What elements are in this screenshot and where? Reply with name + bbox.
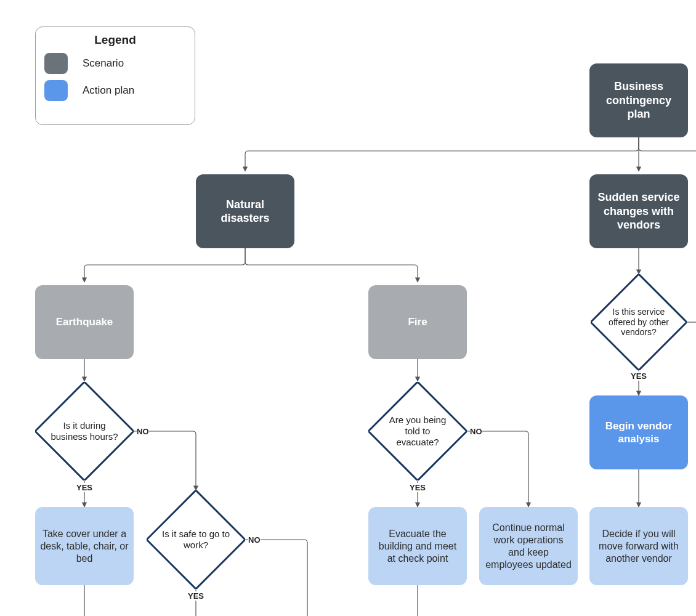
node-root-label: Business contingency plan	[594, 79, 683, 121]
decision-other-vendors-label: Is this service offered by other vendors…	[591, 274, 687, 370]
action-vendor-analysis-label: Begin vendor analysis	[594, 419, 683, 446]
legend-swatch-action	[44, 80, 68, 101]
legend-swatch-scenario	[44, 53, 68, 74]
node-vendors: Sudden service changes with vendors	[589, 174, 688, 248]
action-take-cover: Take cover under a desk, table, chair, o…	[35, 507, 134, 585]
action-decide-vendor: Decide if you will move forward with ano…	[589, 507, 688, 585]
edge-label-yes-2: YES	[188, 591, 204, 601]
edge-label-yes-1: YES	[76, 483, 92, 492]
node-earthquake-label: Earthquake	[56, 315, 113, 328]
action-decide-vendor-label: Decide if you will move forward with ano…	[594, 528, 683, 565]
legend-item-scenario: Scenario	[44, 53, 186, 74]
node-fire: Fire	[368, 285, 467, 359]
decision-evacuate-label: Are you being told to evacuate?	[368, 382, 467, 480]
legend-label-scenario: Scenario	[83, 57, 124, 70]
action-vendor-analysis: Begin vendor analysis	[589, 395, 688, 469]
edge-label-no-2: NO	[248, 535, 261, 545]
action-normal-ops: Continue normal work operations and keep…	[479, 507, 578, 585]
action-take-cover-label: Take cover under a desk, table, chair, o…	[40, 528, 129, 565]
edge-label-no-1: NO	[137, 427, 149, 436]
action-normal-ops-label: Continue normal work operations and keep…	[484, 522, 573, 571]
node-root: Business contingency plan	[589, 63, 688, 137]
decision-evacuate: Are you being told to evacuate?	[368, 382, 467, 480]
legend-title: Legend	[44, 33, 186, 47]
node-vendors-label: Sudden service changes with vendors	[594, 190, 683, 232]
legend-label-action: Action plan	[83, 84, 134, 97]
legend: Legend Scenario Action plan	[35, 26, 195, 125]
decision-safe-work-label: Is it safe to go to work?	[147, 490, 245, 589]
decision-safe-work: Is it safe to go to work?	[147, 490, 245, 589]
decision-other-vendors: Is this service offered by other vendors…	[591, 274, 687, 370]
flowchart-canvas: Legend Scenario Action plan	[0, 0, 696, 616]
edge-label-yes-4: YES	[631, 371, 647, 381]
edge-label-yes-3: YES	[410, 483, 426, 492]
node-fire-label: Fire	[408, 315, 427, 328]
decision-business-hours-label: Is it during business hours?	[35, 382, 134, 480]
action-evac-meet-label: Evacuate the building and meet at check …	[373, 528, 462, 565]
action-evac-meet: Evacuate the building and meet at check …	[368, 507, 467, 585]
edge-label-no-3: NO	[470, 427, 482, 436]
node-natural-disasters: Natural disasters	[196, 174, 294, 248]
node-earthquake: Earthquake	[35, 285, 134, 359]
legend-item-action: Action plan	[44, 80, 186, 101]
decision-business-hours: Is it during business hours?	[35, 382, 134, 480]
node-natural-label: Natural disasters	[201, 198, 289, 225]
